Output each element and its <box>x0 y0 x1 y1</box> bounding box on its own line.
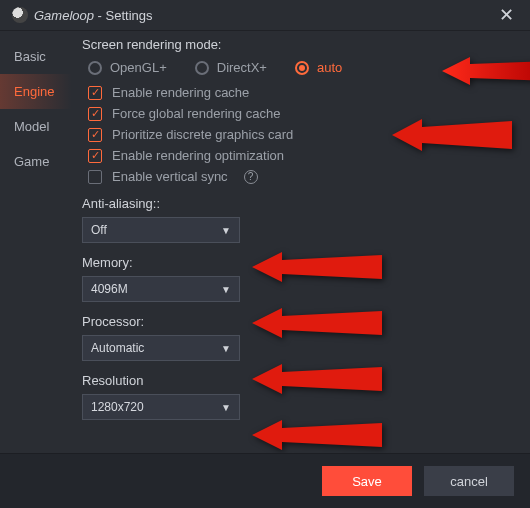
chevron-down-icon: ▼ <box>221 284 231 295</box>
title-suffix: - Settings <box>94 8 153 23</box>
radio-auto-label: auto <box>317 60 342 75</box>
radio-directx[interactable]: DirectX+ <box>195 60 267 75</box>
check-label: Force global rendering cache <box>112 106 280 121</box>
radio-directx-label: DirectX+ <box>217 60 267 75</box>
resolution-value: 1280x720 <box>91 400 144 414</box>
processor-value: Automatic <box>91 341 144 355</box>
memory-label: Memory: <box>82 255 502 270</box>
check-rendering-cache[interactable]: Enable rendering cache <box>88 85 502 100</box>
sidebar-item-game[interactable]: Game <box>0 144 72 179</box>
close-button[interactable]: ✕ <box>495 6 518 24</box>
memory-select[interactable]: 4096M ▼ <box>82 276 240 302</box>
footer: Save cancel <box>0 453 530 508</box>
render-mode-label: Screen rendering mode: <box>82 37 502 52</box>
anti-aliasing-value: Off <box>91 223 107 237</box>
save-button[interactable]: Save <box>322 466 412 496</box>
check-vsync[interactable]: Enable vertical sync ? <box>88 169 502 184</box>
checkbox-icon <box>88 107 102 121</box>
annotation-arrow-icon <box>252 415 382 455</box>
resolution-select[interactable]: 1280x720 ▼ <box>82 394 240 420</box>
cancel-button[interactable]: cancel <box>424 466 514 496</box>
chevron-down-icon: ▼ <box>221 402 231 413</box>
help-icon[interactable]: ? <box>244 170 258 184</box>
app-name: Gameloop <box>34 8 94 23</box>
checkbox-icon <box>88 86 102 100</box>
radio-icon <box>88 61 102 75</box>
sidebar-item-basic[interactable]: Basic <box>0 39 72 74</box>
check-label: Enable rendering cache <box>112 85 249 100</box>
anti-aliasing-label: Anti-aliasing:: <box>82 196 502 211</box>
processor-select[interactable]: Automatic ▼ <box>82 335 240 361</box>
check-label: Enable vertical sync <box>112 169 228 184</box>
sidebar-item-model[interactable]: Model <box>0 109 72 144</box>
check-render-opt[interactable]: Enable rendering optimization <box>88 148 502 163</box>
radio-opengl[interactable]: OpenGL+ <box>88 60 167 75</box>
check-label: Prioritize discrete graphics card <box>112 127 293 142</box>
check-label: Enable rendering optimization <box>112 148 284 163</box>
resolution-label: Resolution <box>82 373 502 388</box>
chevron-down-icon: ▼ <box>221 225 231 236</box>
sidebar: Basic Engine Model Game <box>0 31 72 451</box>
sidebar-item-engine[interactable]: Engine <box>0 74 72 109</box>
titlebar: Gameloop - Settings ✕ <box>0 0 530 31</box>
checkbox-icon <box>88 128 102 142</box>
chevron-down-icon: ▼ <box>221 343 231 354</box>
anti-aliasing-select[interactable]: Off ▼ <box>82 217 240 243</box>
window-title: Gameloop - Settings <box>34 8 153 23</box>
checkbox-icon <box>88 170 102 184</box>
checkbox-icon <box>88 149 102 163</box>
title-left: Gameloop - Settings <box>12 7 153 23</box>
engine-checkboxes: Enable rendering cache Force global rend… <box>88 85 502 184</box>
radio-auto[interactable]: auto <box>295 60 342 75</box>
settings-content: Screen rendering mode: OpenGL+ DirectX+ … <box>72 31 530 451</box>
radio-icon <box>295 61 309 75</box>
svg-marker-5 <box>252 420 382 450</box>
app-logo-icon <box>12 7 28 23</box>
check-global-cache[interactable]: Force global rendering cache <box>88 106 502 121</box>
radio-icon <box>195 61 209 75</box>
render-mode-radios: OpenGL+ DirectX+ auto <box>88 60 502 75</box>
memory-value: 4096M <box>91 282 128 296</box>
processor-label: Processor: <box>82 314 502 329</box>
check-discrete-gpu[interactable]: Prioritize discrete graphics card <box>88 127 502 142</box>
radio-opengl-label: OpenGL+ <box>110 60 167 75</box>
main-area: Basic Engine Model Game Screen rendering… <box>0 31 530 451</box>
